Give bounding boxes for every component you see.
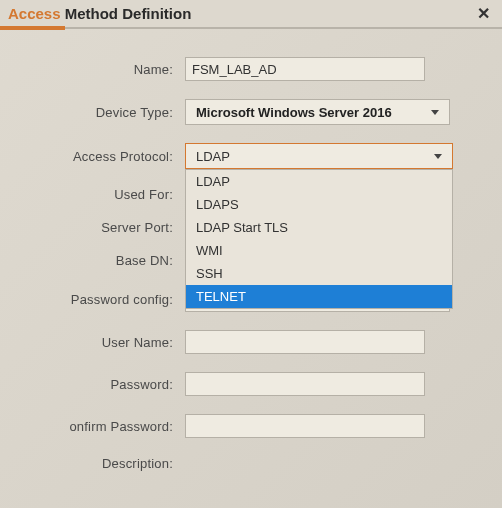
- form-body: Name: Device Type: Microsoft Windows Ser…: [0, 29, 502, 499]
- label-used-for: Used For:: [10, 187, 185, 202]
- label-server-port: Server Port:: [10, 220, 185, 235]
- access-protocol-value: LDAP: [196, 149, 230, 164]
- access-protocol-option[interactable]: LDAPS: [186, 193, 452, 216]
- access-protocol-option[interactable]: LDAP Start TLS: [186, 216, 452, 239]
- label-device-type: Device Type:: [10, 105, 185, 120]
- access-protocol-option[interactable]: WMI: [186, 239, 452, 262]
- label-password: Password:: [10, 377, 185, 392]
- password-input[interactable]: [185, 372, 425, 396]
- access-protocol-dropdown: LDAPLDAPSLDAP Start TLSWMISSHTELNET: [185, 169, 453, 309]
- title-accent: Access: [8, 5, 61, 22]
- title-rest: Method Definition: [61, 5, 192, 22]
- chevron-down-icon: [434, 154, 442, 159]
- device-type-select[interactable]: Microsoft Windows Server 2016: [185, 99, 450, 125]
- label-description: Description:: [10, 456, 185, 471]
- confirm-password-input[interactable]: [185, 414, 425, 438]
- name-input[interactable]: [185, 57, 425, 81]
- close-button[interactable]: ✕: [473, 4, 494, 23]
- access-protocol-option[interactable]: SSH: [186, 262, 452, 285]
- user-name-input[interactable]: [185, 330, 425, 354]
- titlebar: Access Method Definition ✕: [0, 0, 502, 29]
- access-protocol-option[interactable]: LDAP: [186, 170, 452, 193]
- device-type-value: Microsoft Windows Server 2016: [196, 105, 392, 120]
- access-protocol-option[interactable]: TELNET: [186, 285, 452, 308]
- label-password-config: Password config:: [10, 292, 185, 307]
- chevron-down-icon: [431, 110, 439, 115]
- access-method-definition-dialog: Access Method Definition ✕ Name: Device …: [0, 0, 502, 508]
- label-access-protocol: Access Protocol:: [10, 149, 185, 164]
- dialog-title: Access Method Definition: [8, 5, 191, 22]
- access-protocol-select[interactable]: LDAP: [185, 143, 453, 169]
- label-name: Name:: [10, 62, 185, 77]
- label-base-dn: Base DN:: [10, 253, 185, 268]
- label-user-name: User Name:: [10, 335, 185, 350]
- label-confirm-password: onfirm Password:: [10, 419, 185, 434]
